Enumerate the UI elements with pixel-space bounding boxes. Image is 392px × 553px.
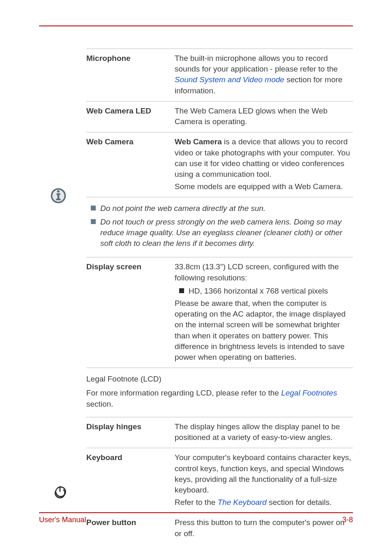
label-web-camera-led: Web Camera LED — [86, 106, 175, 127]
text-keyboard-a: Your computer's keyboard contains charac… — [175, 452, 353, 495]
svg-rect-4 — [58, 194, 60, 200]
text-keyboard-b-post: section for details. — [267, 498, 332, 507]
legal-post: section. — [86, 400, 113, 408]
value-web-camera: Web Camera is a device that allows you t… — [175, 137, 353, 192]
label-web-camera: Web Camera — [86, 137, 175, 192]
text-microphone-a: The built-in microphone allows you to re… — [175, 54, 338, 73]
value-display-hinges: The display hinges allow the display pan… — [175, 421, 353, 443]
display-screen-bullet: HD, 1366 horizontal x 768 vertical pixel… — [175, 286, 353, 296]
link-legal-footnotes[interactable]: Legal Footnotes — [281, 389, 337, 397]
text-display-hinges: The display hinges allow the display pan… — [175, 421, 353, 443]
bullet-icon — [86, 203, 100, 214]
row-web-camera: Web Camera Web Camera is a device that a… — [86, 132, 353, 197]
label-keyboard: Keyboard — [86, 452, 175, 508]
callout-text-1: Do not point the web camera directly at … — [100, 203, 353, 214]
text-display-screen-intro: 33.8cm (13.3") LCD screen, configured wi… — [175, 261, 353, 283]
callout-item-2: Do not touch or press strongly on the we… — [86, 217, 353, 249]
power-icon-container — [53, 484, 81, 502]
bullet-icon — [86, 217, 100, 249]
link-sound-system[interactable]: Sound System and Video mode — [175, 75, 284, 84]
legal-pre: For more information regarding LCD, plea… — [86, 389, 281, 397]
row-keyboard: Keyboard Your computer's keyboard contai… — [86, 448, 353, 513]
value-keyboard: Your computer's keyboard contains charac… — [175, 452, 353, 508]
value-web-camera-led: The Web Camera LED glows when the Web Ca… — [175, 106, 353, 127]
callout-text-2: Do not touch or press strongly on the we… — [100, 217, 353, 249]
link-the-keyboard[interactable]: The Keyboard — [218, 498, 267, 507]
svg-rect-5 — [56, 199, 61, 200]
value-microphone: The built-in microphone allows you to re… — [175, 53, 353, 96]
text-display-screen-bullet: HD, 1366 horizontal x 768 vertical pixel… — [189, 286, 353, 296]
legal-heading: Legal Footnote (LCD) — [86, 374, 353, 384]
row-display-hinges: Display hinges The display hinges allow … — [86, 417, 353, 448]
label-display-hinges: Display hinges — [86, 421, 175, 443]
bullet-icon — [175, 286, 189, 296]
row-display-screen: Display screen 33.8cm (13.3") LCD screen… — [86, 257, 353, 368]
label-display-screen: Display screen — [86, 261, 175, 363]
text-web-camera-b: Some models are equipped with a Web Came… — [175, 181, 353, 192]
top-rule — [39, 25, 353, 26]
main-content: Microphone The built-in microphone allow… — [86, 49, 353, 544]
info-callout: Do not point the web camera directly at … — [86, 203, 353, 249]
value-display-screen: 33.8cm (13.3") LCD screen, configured wi… — [175, 261, 353, 363]
row-web-camera-led: Web Camera LED The Web Camera LED glows … — [86, 102, 353, 132]
info-icon — [49, 187, 67, 205]
bold-web-camera: Web Camera — [175, 137, 222, 146]
row-microphone: Microphone The built-in microphone allow… — [86, 49, 353, 102]
legal-text: For more information regarding LCD, plea… — [86, 388, 353, 409]
page-footer: User's Manual 3-8 — [39, 512, 353, 525]
label-microphone: Microphone — [86, 53, 175, 96]
info-icon-container — [49, 187, 78, 208]
power-icon — [53, 484, 67, 499]
text-display-screen-para: Please be aware that, when the computer … — [175, 298, 353, 363]
footer-left: User's Manual — [39, 515, 86, 525]
footer-right: 3-8 — [342, 515, 353, 525]
text-keyboard-b-pre: Refer to the — [175, 498, 218, 507]
text-web-camera-led: The Web Camera LED glows when the Web Ca… — [175, 106, 353, 127]
svg-point-2 — [57, 190, 60, 193]
callout-item-1: Do not point the web camera directly at … — [86, 203, 353, 214]
